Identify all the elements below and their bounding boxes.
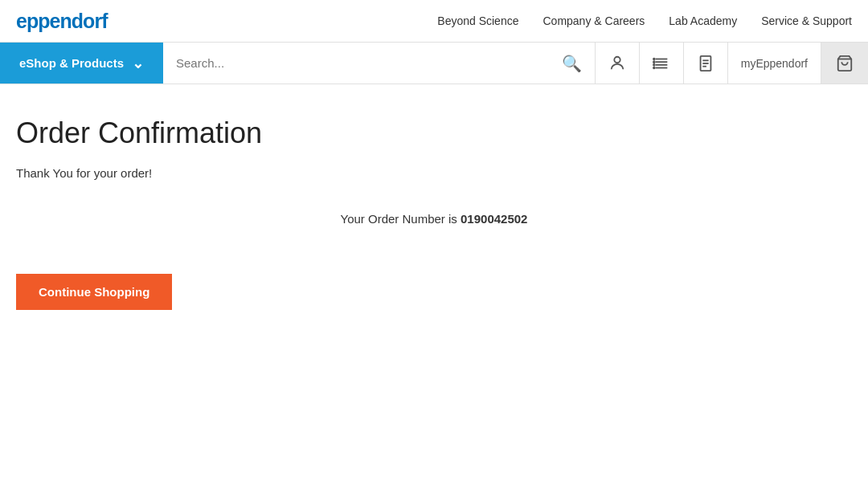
- order-number-line: Your Order Number is 0190042502: [16, 212, 852, 226]
- svg-point-1: [614, 56, 620, 62]
- eshop-products-button[interactable]: eShop & Products ⌄: [0, 43, 163, 84]
- search-area: 🔍: [163, 43, 596, 84]
- nav-link-company-careers[interactable]: Company & Careers: [542, 14, 645, 27]
- chevron-down-icon: ⌄: [132, 55, 144, 72]
- svg-point-9: [653, 67, 655, 68]
- svg-point-7: [653, 61, 655, 63]
- document-icon[interactable]: [684, 43, 728, 84]
- cart-icon[interactable]: [821, 43, 868, 84]
- secondary-nav: eShop & Products ⌄ 🔍: [0, 43, 868, 84]
- svg-point-8: [653, 63, 655, 65]
- eshop-label: eShop & Products: [19, 56, 124, 70]
- search-input[interactable]: [176, 56, 562, 70]
- svg-point-6: [653, 58, 655, 59]
- continue-shopping-button[interactable]: Continue Shopping: [16, 274, 172, 310]
- main-content: Order Confirmation Thank You for your or…: [0, 84, 868, 342]
- svg-text:eppendorf: eppendorf: [16, 10, 108, 32]
- search-icon[interactable]: 🔍: [562, 54, 582, 73]
- list-icon[interactable]: [640, 43, 684, 84]
- order-number-prefix: Your Order Number is: [341, 212, 461, 226]
- account-icon[interactable]: [596, 43, 640, 84]
- nav-link-lab-academy[interactable]: Lab Academy: [669, 14, 737, 27]
- nav-link-service-support[interactable]: Service & Support: [761, 14, 852, 27]
- my-eppendorf-button[interactable]: myEppendorf: [728, 43, 821, 84]
- logo-svg: eppendorf: [16, 8, 130, 34]
- my-eppendorf-label: myEppendorf: [741, 57, 808, 70]
- top-nav: eppendorf Beyond Science Company & Caree…: [0, 0, 868, 43]
- thank-you-message: Thank You for your order!: [16, 166, 852, 180]
- order-number: 0190042502: [461, 212, 527, 226]
- top-nav-links: Beyond Science Company & Careers Lab Aca…: [437, 14, 852, 27]
- logo[interactable]: eppendorf: [16, 8, 130, 34]
- nav-icons: myEppendorf: [596, 43, 868, 84]
- nav-link-beyond-science[interactable]: Beyond Science: [437, 14, 518, 27]
- page-title: Order Confirmation: [16, 116, 852, 150]
